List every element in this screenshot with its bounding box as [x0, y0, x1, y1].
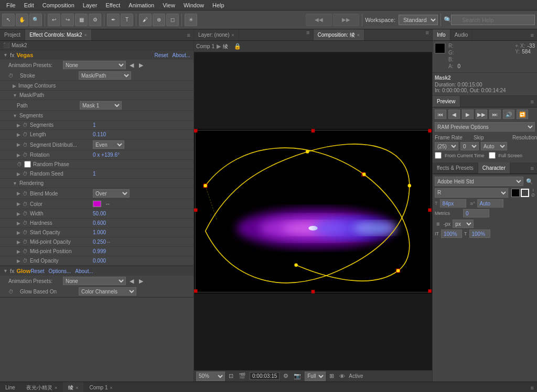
viewer-grid[interactable]: ⊞ — [328, 372, 336, 380]
tab-info[interactable]: Info — [433, 29, 450, 40]
glow-title-row[interactable]: ▼ fx Glow Reset Options... About... — [0, 266, 194, 276]
length-stopwatch[interactable]: ⏱ — [23, 132, 28, 137]
preview-fwd-btn[interactable]: ▶▶ — [476, 110, 487, 119]
segments-stopwatch[interactable]: ⏱ — [23, 122, 28, 128]
color-stopwatch[interactable]: ⏱ — [23, 201, 28, 207]
vegas-presets-select[interactable]: None — [63, 61, 126, 69]
color-swatch[interactable] — [93, 201, 101, 207]
tracking-value[interactable]: 100% — [469, 230, 490, 238]
swap-colors-btn[interactable]: ↕ — [531, 188, 535, 192]
random-phase-stopwatch[interactable]: ⏱ — [17, 161, 22, 167]
menu-layer[interactable]: Layer — [79, 1, 102, 9]
tab-character[interactable]: Character — [478, 162, 510, 173]
auto-leading-value[interactable]: Auto — [477, 199, 503, 208]
full-screen-checkbox[interactable] — [489, 152, 496, 159]
midpoint-scrub-icon[interactable]: ↔ — [106, 239, 111, 245]
char-panel-menu[interactable]: ≡ — [528, 165, 537, 171]
tab-project[interactable]: Project — [0, 29, 25, 40]
viewer-options[interactable]: 🎬 — [237, 372, 248, 380]
workspace-select[interactable]: Standard — [399, 15, 438, 25]
preview-back-btn[interactable]: ◀ — [448, 110, 460, 119]
preview-audio-btn[interactable]: 🔊 — [503, 110, 514, 119]
blend-mode-select[interactable]: Over — [93, 189, 130, 198]
preview-first-btn[interactable]: ⏮ — [435, 110, 446, 119]
viewer-settings[interactable]: ⚙ — [282, 372, 290, 380]
h-scale-value[interactable]: 100% — [441, 230, 462, 238]
hardness-value[interactable]: 0.600 — [93, 220, 106, 226]
search-input[interactable] — [451, 15, 535, 25]
midpoint-pos-expand[interactable]: ▶ — [17, 249, 20, 254]
eraser-tool[interactable]: ◻ — [166, 14, 179, 26]
length-value[interactable]: 0.110 — [93, 132, 106, 137]
align-left-btn[interactable]: ≡ — [435, 220, 441, 227]
tab-line[interactable]: Line — [0, 382, 21, 392]
rotation-stopwatch[interactable]: ⏱ — [23, 152, 28, 158]
blend-mode-expand[interactable]: ▶ — [17, 191, 20, 196]
undo-btn[interactable]: ↩ — [48, 14, 60, 26]
comp-canvas[interactable] — [194, 52, 432, 370]
menu-edit[interactable]: Edit — [20, 1, 38, 9]
vegas-reset-btn[interactable]: Reset — [154, 52, 168, 58]
preview-play-btn[interactable]: ▶ — [462, 110, 474, 119]
image-contours-row[interactable]: ▶ Image Contours — [0, 81, 194, 91]
width-value[interactable]: 50.00 — [93, 211, 106, 216]
vegas-preset-next[interactable]: ▶ — [137, 61, 145, 69]
segments-value[interactable]: 1 — [93, 122, 96, 128]
start-opacity-value[interactable]: 1.000 — [93, 230, 106, 235]
brush-tool[interactable]: 🖌 — [139, 14, 152, 26]
vegas-preset-prev[interactable]: ◀ — [128, 61, 135, 69]
render-btn[interactable]: ▦ — [75, 14, 88, 26]
font-style-select[interactable]: R — [435, 188, 508, 198]
zoom-tool[interactable]: 🔍 — [29, 14, 42, 26]
text-size-unit-select[interactable]: px — [453, 220, 474, 228]
font-name-select[interactable]: Adobe Heiti Std — [435, 177, 523, 186]
start-opacity-stopwatch[interactable]: ⏱ — [23, 230, 28, 235]
effect-controls-scroll[interactable]: ▼ fx Vegas Reset About... Animation Pres… — [0, 50, 194, 382]
segments-expand[interactable]: ▼ — [8, 113, 17, 118]
stroke-select[interactable]: Mask/Path — [79, 71, 131, 80]
menu-animation[interactable]: Animation — [124, 1, 158, 9]
comp-viewer-close[interactable]: × — [357, 32, 360, 38]
tab-layer-viewer[interactable]: Layer: (none) × — [194, 29, 239, 40]
from-current-time-checkbox[interactable] — [435, 152, 442, 159]
random-phase-checkbox[interactable] — [24, 161, 31, 168]
tab-effect-controls[interactable]: Effect Controls: Mask2 × — [25, 29, 92, 40]
glow-preset-prev[interactable]: ◀ — [128, 277, 135, 285]
tab-effects-presets[interactable]: ffects & Presets — [433, 162, 478, 173]
random-seed-value[interactable]: 1 — [93, 171, 96, 177]
random-seed-expand[interactable]: ▶ — [17, 171, 20, 177]
zoom-select[interactable]: 50% — [196, 372, 225, 381]
preview-loop-btn[interactable]: 🔁 — [517, 110, 528, 119]
clone-tool[interactable]: ⊕ — [153, 14, 165, 26]
preview-panel-menu[interactable]: ≡ — [528, 99, 537, 105]
resolution-select[interactable]: Auto — [481, 142, 507, 150]
midpoint-opacity-stopwatch[interactable]: ⏱ — [23, 239, 28, 245]
glow-presets-select[interactable]: None — [63, 277, 126, 285]
vegas-expand-icon[interactable]: ▼ — [3, 52, 8, 58]
type-tool[interactable]: T — [121, 14, 133, 26]
glow-expand-icon[interactable]: ▼ — [3, 268, 8, 274]
glow-preset-next[interactable]: ▶ — [137, 277, 145, 285]
glow-based-stopwatch[interactable]: ⏱ — [8, 289, 14, 295]
menu-window[interactable]: Window — [179, 1, 208, 9]
rendering-expand[interactable]: ▼ — [8, 181, 17, 186]
preview-last-btn[interactable]: ⏭ — [489, 110, 501, 119]
tab-comp1-close[interactable]: × — [110, 385, 112, 390]
puppet-tool[interactable]: ✳ — [185, 14, 197, 26]
end-opacity-stopwatch[interactable]: ⏱ — [23, 258, 28, 264]
end-opacity-value[interactable]: 0.000 — [93, 258, 106, 264]
panel-menu-icon[interactable]: ≡ — [184, 32, 194, 38]
glow-about-btn[interactable]: About... — [75, 268, 93, 274]
tab-comp-silk[interactable]: 绫 × — [63, 382, 84, 392]
zoom-to-fit[interactable]: ⊡ — [227, 372, 235, 380]
timeline-menu[interactable]: ≡ — [528, 385, 537, 391]
seg-dist-expand[interactable]: ▶ — [17, 142, 20, 147]
hardness-expand[interactable]: ▶ — [17, 221, 20, 226]
vegas-about-btn[interactable]: About... — [173, 52, 190, 58]
glow-reset-btn[interactable]: Reset — [30, 268, 44, 274]
preview-back[interactable]: ◀◀ — [306, 14, 332, 26]
seg-dist-select[interactable]: Even — [93, 140, 124, 149]
segments-sub-expand[interactable]: ▶ — [17, 123, 20, 128]
midpoint-opacity-value[interactable]: 0.250 — [93, 239, 106, 245]
font-size-value[interactable]: 84px — [440, 199, 466, 208]
